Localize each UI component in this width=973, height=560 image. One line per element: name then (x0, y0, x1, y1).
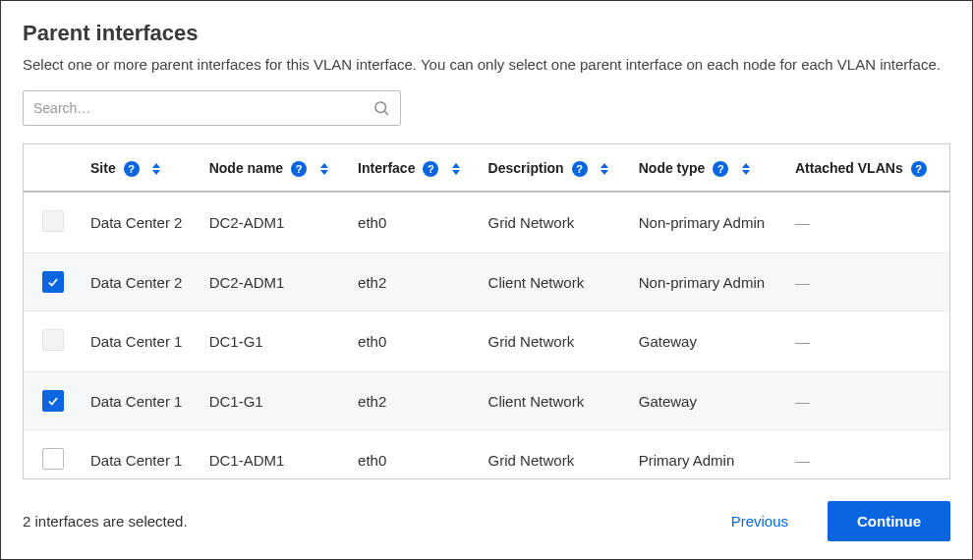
cell-description: Grid Network (481, 430, 631, 478)
cell-checkbox (24, 253, 83, 311)
sort-icon[interactable] (452, 163, 460, 175)
column-header-node-name: Node name ? (201, 144, 350, 192)
row-checkbox[interactable] (42, 448, 64, 470)
row-checkbox[interactable] (42, 390, 64, 412)
cell-interface: eth0 (350, 192, 481, 253)
cell-attached-vlans: — (787, 430, 949, 478)
column-header-description: Description ? (481, 144, 631, 192)
cell-interface: eth2 (350, 372, 481, 430)
help-icon[interactable]: ? (911, 161, 927, 177)
row-checkbox (42, 329, 64, 351)
cell-node-type: Gateway (631, 311, 787, 372)
column-label-site: Site (90, 160, 116, 176)
help-icon[interactable]: ? (291, 161, 307, 177)
cell-attached-vlans: — (787, 253, 949, 311)
cell-description: Grid Network (481, 192, 631, 253)
cell-node-name: DC1-G1 (201, 372, 350, 430)
cell-node-name: DC2-ADM1 (201, 253, 350, 311)
column-header-node-type: Node type ? (631, 144, 787, 192)
table-row: Data Center 2DC2-ADM1eth0Grid NetworkNon… (24, 192, 949, 253)
help-icon[interactable]: ? (124, 161, 140, 177)
row-checkbox (42, 210, 64, 232)
cell-site: Data Center 2 (83, 253, 201, 311)
search-input[interactable] (33, 100, 372, 116)
row-checkbox[interactable] (42, 271, 64, 293)
cell-node-type: Non-primary Admin (631, 192, 787, 253)
column-header-checkbox (24, 144, 83, 192)
search-field-wrap (23, 90, 401, 126)
cell-description: Client Network (481, 372, 631, 430)
table-row: Data Center 1DC1-G1eth0Grid NetworkGatew… (24, 311, 949, 372)
search-icon (372, 99, 390, 117)
sort-icon[interactable] (320, 163, 328, 175)
cell-interface: eth0 (350, 311, 481, 372)
cell-attached-vlans: — (787, 311, 949, 372)
cell-checkbox (24, 372, 83, 430)
column-label-attached-vlans: Attached VLANs (795, 160, 903, 176)
sort-icon[interactable] (742, 163, 750, 175)
interfaces-table-scroll[interactable]: Site ? Node name ? Interface ? (24, 144, 949, 478)
sort-icon[interactable] (601, 163, 608, 175)
cell-node-type: Non-primary Admin (631, 253, 787, 311)
column-label-node-name: Node name (209, 160, 283, 176)
cell-site: Data Center 1 (83, 430, 201, 478)
column-header-site: Site ? (83, 144, 201, 192)
interfaces-table: Site ? Node name ? Interface ? (24, 144, 949, 478)
cell-attached-vlans: — (787, 372, 949, 430)
table-row: Data Center 1DC1-G1eth2Client NetworkGat… (24, 372, 949, 430)
cell-node-name: DC1-ADM1 (201, 430, 350, 478)
column-label-interface: Interface (358, 160, 415, 176)
selected-count-text: 2 interfaces are selected. (23, 513, 188, 530)
page-description: Select one or more parent interfaces for… (23, 56, 950, 73)
cell-node-name: DC2-ADM1 (201, 192, 350, 253)
column-header-attached-vlans: Attached VLANs ? (787, 144, 949, 192)
cell-description: Grid Network (481, 311, 631, 372)
footer-actions: Previous Continue (731, 501, 950, 541)
cell-attached-vlans: — (787, 192, 949, 253)
table-header-row: Site ? Node name ? Interface ? (24, 144, 949, 192)
help-icon[interactable]: ? (423, 161, 438, 177)
page-title: Parent interfaces (23, 21, 950, 46)
cell-node-name: DC1-G1 (201, 311, 350, 372)
cell-checkbox (24, 311, 83, 372)
interfaces-table-frame: Site ? Node name ? Interface ? (23, 143, 950, 479)
column-label-description: Description (488, 160, 564, 176)
table-row: Data Center 1DC1-ADM1eth0Grid NetworkPri… (24, 430, 949, 478)
sort-icon[interactable] (152, 163, 160, 175)
cell-site: Data Center 1 (83, 311, 201, 372)
cell-interface: eth2 (350, 253, 481, 311)
cell-site: Data Center 1 (83, 372, 201, 430)
cell-interface: eth0 (350, 430, 481, 478)
column-header-interface: Interface ? (350, 144, 481, 192)
help-icon[interactable]: ? (713, 161, 728, 177)
svg-point-0 (375, 102, 386, 113)
footer-bar: 2 interfaces are selected. Previous Cont… (23, 481, 950, 541)
parent-interfaces-panel: Parent interfaces Select one or more par… (0, 0, 973, 560)
cell-node-type: Primary Admin (631, 430, 787, 478)
svg-line-1 (384, 111, 387, 114)
continue-button[interactable]: Continue (828, 501, 950, 541)
cell-checkbox (24, 192, 83, 253)
previous-button[interactable]: Previous (731, 513, 788, 530)
cell-checkbox (24, 430, 83, 478)
cell-site: Data Center 2 (83, 192, 201, 253)
cell-node-type: Gateway (631, 372, 787, 430)
help-icon[interactable]: ? (572, 161, 588, 177)
table-row: Data Center 2DC2-ADM1eth2Client NetworkN… (24, 253, 949, 311)
cell-description: Client Network (481, 253, 631, 311)
column-label-node-type: Node type (639, 160, 706, 176)
